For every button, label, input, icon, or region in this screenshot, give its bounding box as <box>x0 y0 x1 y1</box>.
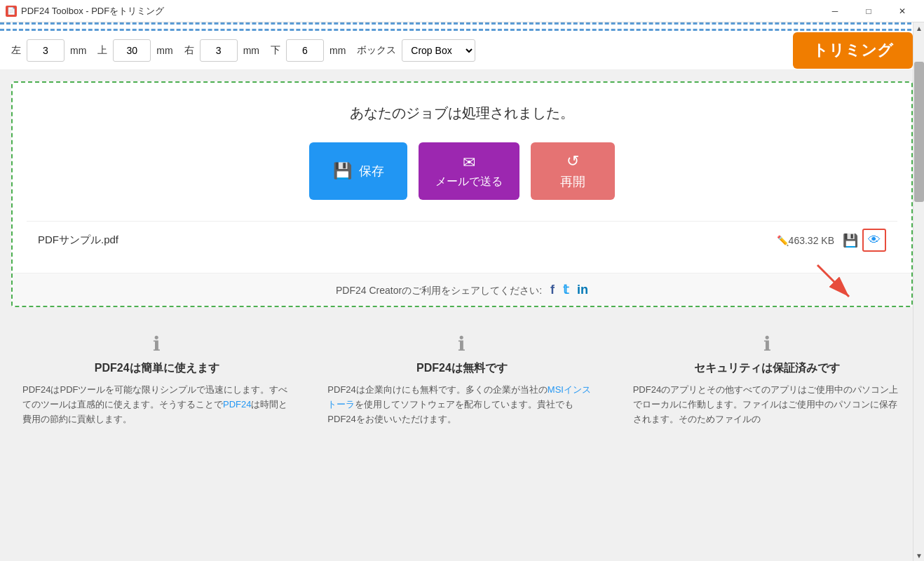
scrollbar-track: ▲ ▼ <box>913 22 924 561</box>
reopen-button[interactable]: ↺ 再開 <box>531 142 615 200</box>
left-label: 左 <box>11 44 21 57</box>
main-content: あなたのジョブは処理されました。 💾 保存 ✉ メールで送る ↺ 再開 PDFサ… <box>0 70 924 561</box>
info-text-free: PDF24は企業向けにも無料です。多くの企業が当社のMSIインストーラを使用して… <box>327 383 596 426</box>
email-button[interactable]: ✉ メールで送る <box>419 142 519 200</box>
top-dashed-border <box>0 22 924 31</box>
info-title-security: セキュリティは保証済みです <box>633 361 902 376</box>
box-label: ボックス <box>357 44 396 57</box>
share-icons: f 𝕥 in <box>550 282 588 297</box>
save-button[interactable]: 💾 保存 <box>309 142 407 200</box>
twitter-icon[interactable]: 𝕥 <box>563 282 569 297</box>
pdf24-link-easy[interactable]: PDF24 <box>223 399 251 410</box>
app-icon: 📄 <box>6 6 17 17</box>
reopen-label: 再開 <box>560 173 585 190</box>
info-title-easy: PDF24は簡単に使えます <box>22 361 291 376</box>
bottom-unit: mm <box>329 45 346 56</box>
scroll-up-arrow[interactable]: ▲ <box>913 22 924 34</box>
linkedin-icon[interactable]: in <box>577 283 588 297</box>
file-name: PDFサンプル.pdf <box>38 234 771 247</box>
top-label: 上 <box>97 44 107 57</box>
titlebar-controls: ─ □ ✕ <box>819 0 918 22</box>
facebook-icon[interactable]: f <box>550 283 555 297</box>
file-size: 463.32 KB <box>789 235 834 246</box>
controls-bar: 左 mm 上 mm 右 mm 下 mm ボックス Crop Box Trim B… <box>0 31 924 70</box>
result-card-body: あなたのジョブは処理されました。 💾 保存 ✉ メールで送る ↺ 再開 PDFサ… <box>13 83 911 273</box>
info-text-security: PDF24のアプリとその他すべてのアプリはご使用中のパソコン上でローカルに作動し… <box>633 383 902 426</box>
email-label: メールで送る <box>435 175 503 189</box>
result-actions: 💾 保存 ✉ メールで送る ↺ 再開 <box>27 142 897 200</box>
share-row: PDF24 Creatorのご利用をシェアしてください: f 𝕥 in <box>13 273 911 306</box>
info-text-easy: PDF24はPDFツールを可能な限りシンプルで迅速にします。すべてのツールは直感… <box>22 383 291 426</box>
minimize-button[interactable]: ─ <box>819 0 851 22</box>
share-text: PDF24 Creatorのご利用をシェアしてください: <box>336 285 542 296</box>
left-input[interactable] <box>27 39 64 62</box>
scroll-down-arrow[interactable]: ▼ <box>913 550 924 561</box>
file-preview-icon[interactable]: 👁 <box>862 229 886 252</box>
info-icon-free: ℹ <box>327 332 596 356</box>
info-section-security: ℹ セキュリティは保証済みです PDF24のアプリとその他すべてのアプリはご使用… <box>622 321 913 438</box>
right-input[interactable] <box>200 39 238 62</box>
info-section-free: ℹ PDF24は無料です PDF24は企業向けにも無料です。多くの企業が当社のM… <box>316 321 607 438</box>
save-icon: 💾 <box>333 162 352 180</box>
info-title-free: PDF24は無料です <box>327 361 596 376</box>
left-unit: mm <box>70 45 86 56</box>
reopen-icon: ↺ <box>566 152 579 170</box>
close-button[interactable]: ✕ <box>886 0 918 22</box>
save-label: 保存 <box>359 163 384 180</box>
scrollbar-thumb[interactable] <box>914 62 924 202</box>
box-select[interactable]: Crop Box Trim Box Bleed Box Art Box Medi… <box>402 39 475 62</box>
file-save-icon[interactable]: 💾 <box>843 233 858 248</box>
info-section-easy: ℹ PDF24は簡単に使えます PDF24はPDFツールを可能な限りシンプルで迅… <box>11 321 302 438</box>
trim-button[interactable]: トリミング <box>793 32 913 69</box>
right-label: 右 <box>184 44 194 57</box>
email-icon: ✉ <box>463 154 475 172</box>
result-card: あなたのジョブは処理されました。 💾 保存 ✉ メールで送る ↺ 再開 PDFサ… <box>11 81 913 307</box>
bottom-label: 下 <box>271 44 280 57</box>
info-icon-security: ℹ <box>633 332 902 356</box>
info-icon-easy: ℹ <box>22 332 291 356</box>
info-sections: ℹ PDF24は簡単に使えます PDF24はPDFツールを可能な限りシンプルで迅… <box>11 321 913 438</box>
top-unit: mm <box>156 45 172 56</box>
result-title: あなたのジョブは処理されました。 <box>27 104 897 123</box>
bottom-input[interactable] <box>286 39 324 62</box>
titlebar: 📄 PDF24 Toolbox - PDFをトリミング ─ □ ✕ <box>0 0 924 22</box>
edit-icon[interactable]: ✏️ <box>777 235 789 246</box>
file-row: PDFサンプル.pdf ✏️ 463.32 KB 💾 👁 <box>27 221 897 259</box>
top-input[interactable] <box>113 39 151 62</box>
msi-link[interactable]: MSIインストーラ <box>327 384 591 410</box>
titlebar-title: PDF24 Toolbox - PDFをトリミング <box>21 5 164 18</box>
right-unit: mm <box>243 45 259 56</box>
titlebar-left: 📄 PDF24 Toolbox - PDFをトリミング <box>6 5 164 18</box>
maximize-button[interactable]: □ <box>852 0 885 22</box>
